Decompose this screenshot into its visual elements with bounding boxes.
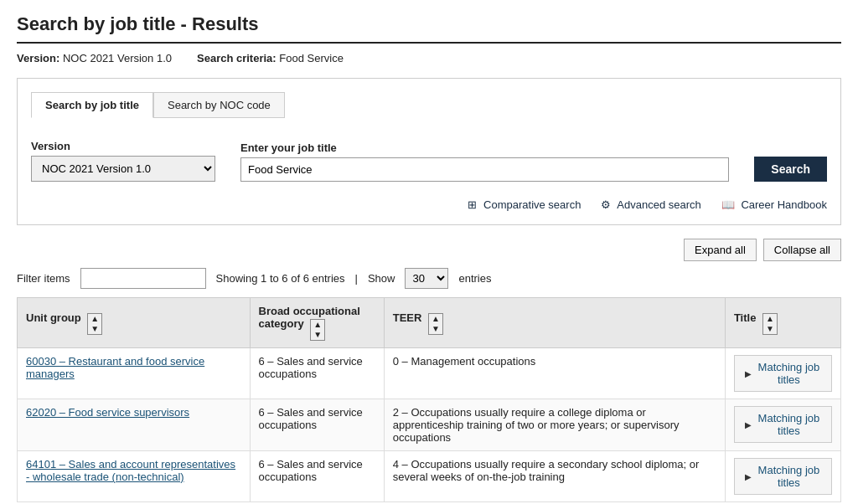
broad-category-cell: 6 – Sales and service occupations [250, 348, 384, 399]
sort-broad-category[interactable]: ▲▼ [310, 319, 325, 341]
arrow-icon: ▶ [745, 420, 752, 429]
show-label: Show [368, 272, 395, 285]
version-field-label: Version [31, 140, 215, 152]
search-container: Search by job title Search by NOC code V… [17, 78, 841, 225]
handbook-icon: 📖 [721, 198, 735, 211]
filter-row: Filter items Showing 1 to 6 of 6 entries… [17, 268, 841, 289]
teer-cell: 2 – Occupations usually require a colleg… [384, 399, 725, 451]
col-teer: TEER ▲▼ [384, 298, 725, 348]
sort-unit-group[interactable]: ▲▼ [87, 313, 102, 335]
tab-bar: Search by job title Search by NOC code [31, 92, 827, 118]
table-row: 60030 – Restaurant and food service mana… [18, 348, 841, 399]
sort-title[interactable]: ▲▼ [762, 313, 778, 335]
results-table: Unit group ▲▼ Broad occupational categor… [17, 297, 841, 502]
version-select[interactable]: NOC 2021 Version 1.0 [31, 156, 215, 182]
extra-links: ⊞ Comparative search ⚙ Advanced search 📖… [31, 198, 827, 211]
tab-noc-code[interactable]: Search by NOC code [153, 92, 285, 118]
broad-category-cell: 6 – Sales and service occupations [250, 451, 384, 502]
broad-category-cell: 6 – Sales and service occupations [250, 399, 384, 451]
collapse-all-button[interactable]: Collapse all [763, 239, 841, 261]
showing-text: Showing 1 to 6 of 6 entries [216, 272, 345, 285]
career-handbook-link[interactable]: 📖 Career Handbook [721, 198, 827, 211]
unit-group-link[interactable]: 64101 – Sales and account representative… [26, 458, 235, 483]
col-unit-group: Unit group ▲▼ [18, 298, 251, 348]
comparative-search-link[interactable]: ⊞ Comparative search [468, 198, 581, 211]
matching-job-titles-button[interactable]: ▶ Matching job titles [734, 355, 832, 392]
results-controls: Expand all Collapse all [17, 239, 841, 261]
version-value: NOC 2021 Version 1.0 [63, 52, 172, 64]
table-row: 64101 – Sales and account representative… [18, 451, 841, 502]
job-title-group: Enter your job title [240, 141, 729, 182]
show-entries-select[interactable]: 30 10 50 100 [405, 268, 448, 289]
search-form: Version NOC 2021 Version 1.0 Enter your … [31, 131, 827, 190]
arrow-icon: ▶ [745, 472, 752, 481]
table-row: 62020 – Food service supervisors6 – Sale… [18, 399, 841, 451]
meta-row: Version: NOC 2021 Version 1.0 Search cri… [17, 52, 841, 64]
col-broad-category: Broad occupational category ▲▼ [250, 298, 384, 348]
arrow-icon: ▶ [745, 369, 752, 378]
page-title: Search by job title - Results [17, 13, 841, 44]
teer-cell: 4 – Occupations usually require a second… [384, 451, 725, 502]
gear-icon: ⚙ [601, 198, 611, 211]
sort-teer[interactable]: ▲▼ [428, 313, 443, 335]
advanced-search-link[interactable]: ⚙ Advanced search [601, 198, 700, 211]
criteria-value: Food Service [279, 52, 344, 64]
unit-group-link[interactable]: 62020 – Food service supervisors [26, 406, 189, 419]
filter-input[interactable] [80, 268, 206, 289]
version-group: Version NOC 2021 Version 1.0 [31, 140, 215, 182]
col-title: Title ▲▼ [725, 298, 840, 348]
pipe-separator: | [355, 272, 358, 285]
filter-label: Filter items [17, 272, 70, 285]
job-title-input[interactable] [240, 157, 729, 182]
search-button[interactable]: Search [754, 157, 827, 182]
matching-job-titles-button[interactable]: ▶ Matching job titles [734, 458, 832, 495]
entries-label: entries [458, 272, 491, 285]
job-title-label: Enter your job title [240, 141, 729, 154]
unit-group-link[interactable]: 60030 – Restaurant and food service mana… [26, 355, 204, 380]
criteria-label: Search criteria: [197, 52, 277, 64]
matching-job-titles-button[interactable]: ▶ Matching job titles [734, 406, 832, 443]
tab-job-title[interactable]: Search by job title [31, 92, 153, 118]
expand-all-button[interactable]: Expand all [684, 239, 757, 261]
version-label: Version: [17, 52, 59, 64]
teer-cell: 0 – Management occupations [384, 348, 725, 399]
comparative-icon: ⊞ [468, 198, 477, 211]
